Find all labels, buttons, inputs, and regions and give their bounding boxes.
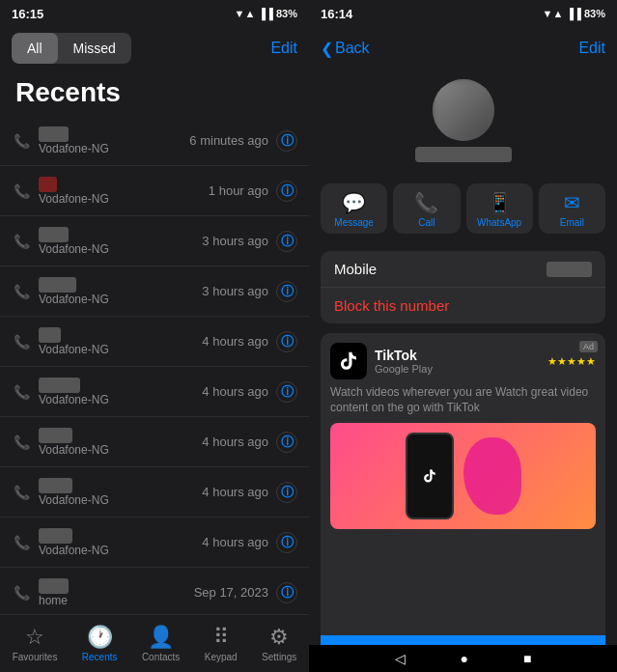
caller-name <box>39 177 57 192</box>
block-button[interactable]: Block this number <box>334 297 449 314</box>
call-time: 3 hours ago <box>202 234 268 248</box>
gear-icon: ⚙ <box>269 625 289 650</box>
info-button[interactable]: ⓘ <box>276 130 297 152</box>
call-info: Vodafone-NG <box>39 176 209 206</box>
detail-section: Mobile Block this number <box>321 251 605 323</box>
info-button[interactable]: ⓘ <box>276 231 297 252</box>
phone-icon: 📞 <box>12 232 31 251</box>
list-item[interactable]: 📞 Vodafone-NG 4 hours ago ⓘ <box>0 518 309 568</box>
call-info: Vodafone-NG <box>39 427 202 457</box>
info-button[interactable]: ⓘ <box>276 582 297 603</box>
whatsapp-icon: 📱 <box>488 191 512 214</box>
info-button[interactable]: ⓘ <box>276 381 297 403</box>
call-info: Vodafone-NG <box>39 377 202 406</box>
caller-name <box>39 277 76 293</box>
nav-item-favourites[interactable]: ☆ Favourites <box>13 625 58 662</box>
nav-item-recents[interactable]: 🕐 Recents <box>82 625 118 662</box>
android-home-button[interactable]: ● <box>461 651 468 666</box>
status-bar-right: 16:14 ▼▲ ▐▐ 83% <box>309 0 617 27</box>
caller-name <box>39 428 72 443</box>
action-buttons: 💬 Message 📞 Call 📱 WhatsApp ✉ Email <box>309 176 617 241</box>
block-row[interactable]: Block this number <box>321 288 605 323</box>
list-item[interactable]: 📞 Vodafone-NG 3 hours ago ⓘ <box>0 216 309 266</box>
carrier-sub: Vodafone-NG <box>39 544 202 557</box>
segment-control: All Missed <box>12 33 131 64</box>
back-label: Back <box>335 40 370 57</box>
carrier-sub: Vodafone-NG <box>39 293 202 306</box>
carrier-sub: Vodafone-NG <box>39 443 202 457</box>
info-button[interactable]: ⓘ <box>276 331 297 352</box>
carrier-sub: Vodafone-NG <box>39 343 202 356</box>
phone-icon: 📞 <box>12 533 31 552</box>
list-item[interactable]: 📞 Vodafone-NG 3 hours ago ⓘ <box>0 266 309 317</box>
ad-header: TikTok Google Play ★★★★★ <box>330 343 596 379</box>
nav-item-keypad[interactable]: ⠿ Keypad <box>205 625 238 662</box>
ad-app-name: TikTok <box>375 348 433 363</box>
status-bar-left: 16:15 ▼▲ ▐▐ 83% <box>0 0 309 27</box>
phone-icon: 📞 <box>12 282 31 301</box>
caller-name <box>39 126 69 142</box>
info-button[interactable]: ⓘ <box>276 532 297 553</box>
info-button[interactable]: ⓘ <box>276 181 297 202</box>
call-info: home <box>39 577 194 607</box>
top-bar-left: All Missed Edit <box>0 27 309 70</box>
list-item[interactable]: 📞 Vodafone-NG 4 hours ago ⓘ <box>0 367 309 417</box>
carrier-sub: Vodafone-NG <box>39 142 189 155</box>
edit-button-left[interactable]: Edit <box>270 40 297 57</box>
call-time: 4 hours ago <box>202 384 268 399</box>
email-label: Email <box>560 217 584 228</box>
phone-icon-missed: 📞 <box>12 182 31 201</box>
person-icon: 👤 <box>148 625 174 650</box>
message-label: Message <box>334 217 374 228</box>
android-back-button[interactable]: ◁ <box>395 651 406 666</box>
call-time: 1 hour ago <box>209 183 268 198</box>
right-panel: 16:14 ▼▲ ▐▐ 83% ❮ Back Edit 💬 Message 📞 … <box>309 0 617 672</box>
ad-badge: Ad <box>579 341 598 352</box>
call-time: 4 hours ago <box>202 434 268 449</box>
segment-missed[interactable]: Missed <box>58 33 131 64</box>
call-time: 6 minutes ago <box>189 133 268 148</box>
nav-label-recents: Recents <box>82 652 118 662</box>
back-button[interactable]: ❮ Back <box>321 40 370 58</box>
list-item[interactable]: 📞 Vodafone-NG 4 hours ago ⓘ <box>0 317 309 367</box>
mobile-row: Mobile <box>321 251 605 288</box>
email-button[interactable]: ✉ Email <box>539 183 605 234</box>
ad-description: Watch videos wherever you are Watch grea… <box>330 385 596 415</box>
list-item[interactable]: 📞 Vodafone-NG 4 hours ago ⓘ <box>0 467 309 518</box>
caller-name <box>39 327 61 343</box>
call-time: Sep 17, 2023 <box>194 585 268 600</box>
call-time: 4 hours ago <box>202 485 268 499</box>
call-icon: 📞 <box>414 191 438 214</box>
whatsapp-button[interactable]: 📱 WhatsApp <box>466 183 533 234</box>
info-button[interactable]: ⓘ <box>276 482 297 503</box>
call-label: Call <box>418 217 435 228</box>
list-item[interactable]: 📞 Vodafone-NG 6 minutes ago ⓘ <box>0 116 309 166</box>
nav-label-keypad: Keypad <box>205 652 238 662</box>
carrier-sub: Vodafone-NG <box>39 242 202 256</box>
nav-item-contacts[interactable]: 👤 Contacts <box>142 625 180 662</box>
list-item[interactable]: 📞 home Sep 17, 2023 ⓘ <box>0 568 309 614</box>
list-item[interactable]: 📞 Vodafone-NG 4 hours ago ⓘ <box>0 417 309 467</box>
phone-icon: 📞 <box>12 382 31 402</box>
tiktok-logo <box>330 343 367 379</box>
info-button[interactable]: ⓘ <box>276 281 297 302</box>
decorative-blob <box>463 437 521 515</box>
top-bar-right: ❮ Back Edit <box>309 27 617 70</box>
list-item[interactable]: 📞 Vodafone-NG 1 hour ago ⓘ <box>0 166 309 216</box>
info-button[interactable]: ⓘ <box>276 432 297 453</box>
caller-name <box>39 528 72 544</box>
android-recents-button[interactable]: ■ <box>523 651 531 666</box>
bottom-nav: ☆ Favourites 🕐 Recents 👤 Contacts ⠿ Keyp… <box>0 614 309 672</box>
phone-icon: 📞 <box>12 131 31 151</box>
message-button[interactable]: 💬 Message <box>321 183 387 234</box>
time-left: 16:15 <box>12 7 43 21</box>
nav-item-settings[interactable]: ⚙ Settings <box>262 625 296 662</box>
edit-button-right[interactable]: Edit <box>578 40 605 57</box>
avatar <box>433 79 494 141</box>
segment-all[interactable]: All <box>12 33 58 64</box>
caller-name <box>39 227 69 242</box>
call-button[interactable]: 📞 Call <box>393 183 460 234</box>
recents-title: Recents <box>0 70 309 116</box>
star-icon: ☆ <box>25 625 44 650</box>
carrier-sub: home <box>39 594 194 607</box>
